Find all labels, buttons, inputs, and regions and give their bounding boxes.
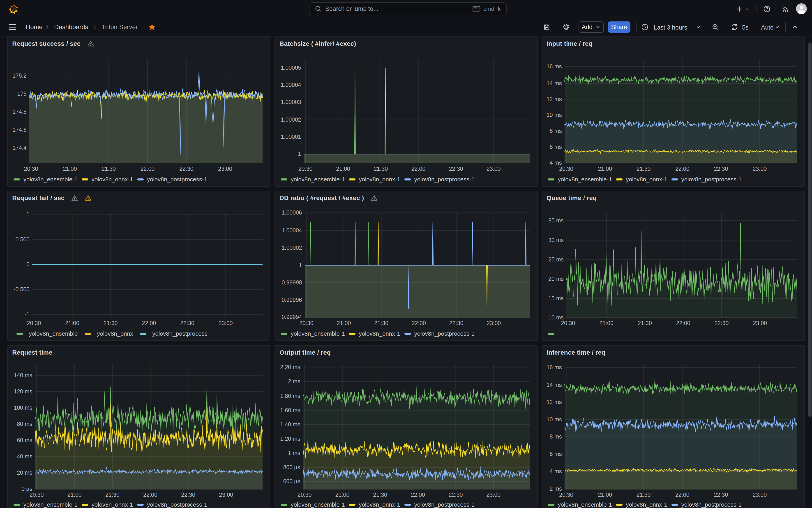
svg-text:23:00: 23:00 — [486, 492, 501, 498]
svg-text:21:30: 21:30 — [374, 166, 388, 172]
svg-text:1: 1 — [27, 211, 30, 217]
svg-text:21:00: 21:00 — [63, 166, 77, 172]
svg-text:23:00: 23:00 — [219, 320, 233, 326]
svg-text:1.00005: 1.00005 — [281, 65, 301, 71]
svg-text:21:30: 21:30 — [373, 492, 387, 498]
svg-text:21:00: 21:00 — [337, 320, 351, 326]
svg-text:1 ms: 1 ms — [288, 450, 300, 456]
svg-text:1.00002: 1.00002 — [282, 245, 302, 251]
svg-text:1.80 ms: 1.80 ms — [280, 393, 300, 399]
svg-text:22:00: 22:00 — [675, 166, 689, 172]
svg-text:1.60 ms: 1.60 ms — [280, 407, 300, 413]
svg-text:174.8: 174.8 — [12, 109, 27, 115]
svg-text:2 ms: 2 ms — [288, 378, 300, 384]
svg-text:14 ms: 14 ms — [547, 382, 562, 388]
svg-text:-0.500: -0.500 — [13, 286, 30, 292]
svg-text:-1: -1 — [25, 311, 30, 318]
svg-text:4 ms: 4 ms — [550, 468, 562, 474]
svg-text:16 ms: 16 ms — [547, 63, 562, 70]
svg-text:174.6: 174.6 — [12, 127, 27, 133]
svg-text:21:00: 21:00 — [68, 492, 82, 498]
svg-text:22:30: 22:30 — [449, 320, 464, 326]
svg-text:600 µs: 600 µs — [283, 478, 300, 484]
svg-text:120 ms: 120 ms — [14, 388, 32, 394]
svg-text:25 ms: 25 ms — [548, 256, 564, 263]
svg-text:23:00: 23:00 — [487, 320, 501, 326]
svg-text:20 ms: 20 ms — [548, 276, 564, 282]
svg-text:21:00: 21:00 — [65, 320, 79, 326]
svg-text:14 ms: 14 ms — [547, 80, 562, 86]
svg-text:23:00: 23:00 — [486, 166, 501, 172]
svg-text:23:00: 23:00 — [753, 166, 767, 172]
svg-text:22:30: 22:30 — [449, 166, 463, 172]
svg-text:22:30: 22:30 — [714, 166, 728, 172]
svg-text:12 ms: 12 ms — [547, 399, 562, 405]
svg-text:174.4: 174.4 — [12, 144, 27, 151]
svg-text:20 ms: 20 ms — [17, 469, 32, 476]
svg-text:30 ms: 30 ms — [548, 237, 564, 243]
svg-text:35 ms: 35 ms — [548, 217, 564, 223]
svg-text:21:00: 21:00 — [599, 320, 613, 326]
svg-text:1: 1 — [298, 151, 301, 157]
svg-text:21:30: 21:30 — [105, 492, 120, 498]
svg-text:10 ms: 10 ms — [547, 112, 562, 118]
svg-text:21:30: 21:30 — [374, 320, 388, 326]
svg-text:175: 175 — [17, 90, 27, 97]
svg-text:23:00: 23:00 — [218, 166, 232, 172]
svg-text:21:00: 21:00 — [598, 492, 612, 498]
svg-text:15 ms: 15 ms — [548, 295, 564, 301]
svg-text:22:00: 22:00 — [143, 492, 158, 498]
svg-text:4 ms: 4 ms — [550, 160, 562, 166]
svg-text:23:00: 23:00 — [219, 492, 233, 498]
svg-text:21:30: 21:30 — [637, 166, 651, 172]
svg-text:8 ms: 8 ms — [550, 128, 562, 134]
svg-text:22:30: 22:30 — [180, 320, 195, 326]
svg-text:1.00006: 1.00006 — [282, 209, 302, 216]
svg-text:2.20 ms: 2.20 ms — [280, 364, 300, 370]
svg-text:12 ms: 12 ms — [547, 96, 562, 102]
svg-text:22:00: 22:00 — [411, 492, 425, 498]
svg-text:22:00: 22:00 — [676, 320, 690, 326]
svg-text:20:30: 20:30 — [299, 320, 313, 326]
svg-text:80 ms: 80 ms — [17, 421, 32, 427]
svg-text:0: 0 — [27, 261, 30, 267]
svg-text:6 ms: 6 ms — [550, 144, 562, 150]
svg-text:20:30: 20:30 — [27, 320, 41, 326]
svg-text:20:30: 20:30 — [298, 166, 313, 172]
svg-text:0.500: 0.500 — [15, 236, 30, 243]
svg-text:0.99994: 0.99994 — [282, 314, 302, 320]
svg-text:175.2: 175.2 — [12, 73, 27, 79]
svg-text:20:30: 20:30 — [298, 492, 312, 498]
svg-text:0 µs: 0 µs — [22, 486, 32, 492]
svg-text:22:30: 22:30 — [714, 492, 728, 498]
svg-text:1.00004: 1.00004 — [282, 227, 302, 234]
svg-text:60 ms: 60 ms — [17, 437, 32, 443]
svg-text:22:30: 22:30 — [179, 166, 194, 172]
svg-text:21:00: 21:00 — [335, 492, 350, 498]
svg-text:22:30: 22:30 — [715, 320, 729, 326]
svg-text:22:30: 22:30 — [448, 492, 463, 498]
svg-text:21:30: 21:30 — [102, 166, 116, 172]
svg-text:140 ms: 140 ms — [14, 372, 32, 378]
svg-text:1.00003: 1.00003 — [281, 99, 301, 105]
svg-text:6 ms: 6 ms — [550, 451, 562, 457]
svg-text:40 ms: 40 ms — [17, 453, 32, 460]
svg-text:1: 1 — [299, 262, 302, 268]
svg-text:800 µs: 800 µs — [283, 464, 300, 470]
svg-text:21:00: 21:00 — [598, 166, 612, 172]
svg-text:21:00: 21:00 — [336, 166, 350, 172]
svg-text:8 ms: 8 ms — [550, 433, 562, 440]
svg-text:16 ms: 16 ms — [547, 364, 562, 370]
svg-text:0.99996: 0.99996 — [282, 297, 302, 303]
svg-text:2 ms: 2 ms — [550, 485, 562, 492]
svg-text:20:30: 20:30 — [24, 166, 38, 172]
svg-text:23:00: 23:00 — [753, 492, 767, 498]
svg-text:20:30: 20:30 — [559, 166, 573, 172]
svg-text:22:00: 22:00 — [675, 492, 689, 498]
svg-text:22:00: 22:00 — [140, 166, 155, 172]
svg-text:1.20 ms: 1.20 ms — [280, 435, 300, 442]
svg-text:0.99998: 0.99998 — [282, 279, 302, 286]
svg-text:10 ms: 10 ms — [547, 416, 562, 423]
svg-text:21:30: 21:30 — [103, 320, 118, 326]
svg-text:22:00: 22:00 — [412, 320, 426, 326]
